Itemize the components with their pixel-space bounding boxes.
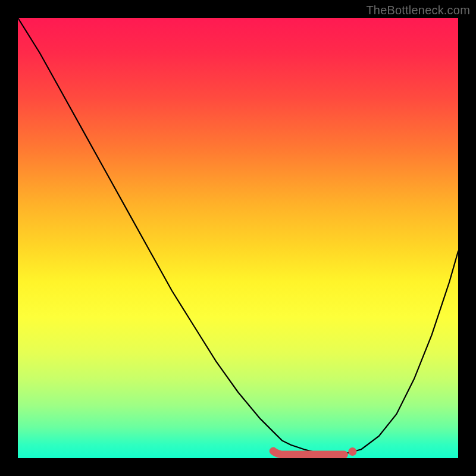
curve-svg: [18, 18, 458, 458]
chart-container: TheBottleneck.com: [0, 0, 476, 476]
watermark-label: TheBottleneck.com: [366, 4, 470, 17]
optimal-zone-highlight: [273, 451, 344, 455]
optimal-end-marker: [348, 447, 356, 456]
bottleneck-curve: [18, 18, 458, 454]
plot-area: [18, 18, 458, 458]
